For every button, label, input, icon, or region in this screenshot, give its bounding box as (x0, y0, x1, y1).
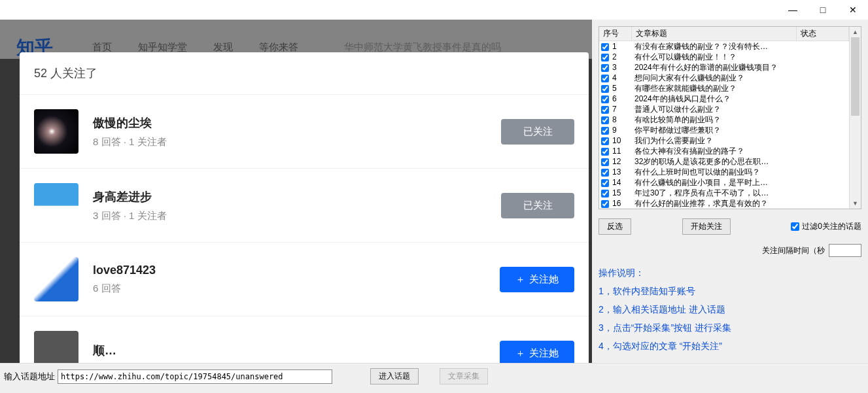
table-row[interactable]: 1有没有在家赚钱的副业？？没有特长… (599, 41, 849, 52)
row-title: 你平时都做过哪些兼职？ (632, 125, 797, 136)
scroll-up-icon[interactable]: ▲ (850, 27, 861, 37)
row-checkbox[interactable] (601, 169, 609, 177)
row-checkbox[interactable] (601, 179, 609, 187)
followed-button[interactable]: 已关注 (501, 193, 574, 218)
user-name[interactable]: love871423 (93, 264, 500, 277)
row-title: 有什么赚钱的副业小项目，是平时上… (632, 177, 797, 188)
table-row[interactable]: 15年过30了，程序员有点干不动了，以… (599, 188, 849, 198)
row-title: 有哪些在家就能赚钱的副业？ (632, 83, 797, 94)
row-title: 32岁的职场人是该花更多的心思在职… (632, 156, 797, 167)
url-label: 输入话题地址 (4, 371, 55, 383)
user-info: love8714236 回答 (93, 264, 500, 295)
start-follow-button[interactable]: 开始关注 (682, 218, 731, 235)
instructions: 操作说明： 1，软件内登陆知乎账号 2，输入相关话题地址 进入话题 3，点击“开… (599, 264, 861, 355)
row-title: 有什么好的副业推荐，求真是有效的？ (632, 198, 797, 209)
table-row[interactable]: 32024年有什么好的靠谱的副业赚钱项目？ (599, 62, 849, 73)
user-name[interactable]: 顺… (93, 343, 500, 358)
row-seq: 13 (611, 167, 632, 177)
row-checkbox[interactable] (601, 190, 609, 197)
follow-label: 关注她 (529, 347, 559, 360)
row-checkbox[interactable] (601, 106, 609, 114)
row-checkbox[interactable] (601, 43, 609, 51)
follow-button[interactable]: ＋关注她 (500, 267, 574, 292)
maximize-button[interactable]: □ (808, 0, 838, 20)
row-seq: 4 (611, 73, 632, 82)
table-row[interactable]: 2有什么可以赚钱的副业！！？ (599, 52, 849, 62)
avatar[interactable] (34, 109, 78, 154)
avatar[interactable] (34, 183, 78, 228)
followers-modal: 52 人关注了 傲慢的尘埃8 回答 · 1 关注者已关注身高差进步3 回答 · … (20, 52, 589, 363)
table-row[interactable]: 10我们为什么需要副业？ (599, 135, 849, 146)
row-seq: 15 (611, 188, 632, 197)
row-seq: 14 (611, 178, 632, 187)
plus-icon: ＋ (515, 273, 525, 286)
scroll-down-icon[interactable]: ▼ (850, 198, 861, 209)
row-checkbox[interactable] (601, 75, 609, 82)
user-info: 顺… (93, 343, 500, 363)
plus-icon: ＋ (515, 347, 525, 360)
filter-zero-checkbox[interactable]: 过滤0关注的话题 (791, 221, 861, 232)
row-seq: 3 (611, 63, 632, 72)
table-row[interactable]: 4想问问大家有什么赚钱的副业？ (599, 73, 849, 83)
row-checkbox[interactable] (601, 158, 609, 166)
interval-label: 关注间隔时间（秒 (762, 245, 825, 256)
avatar[interactable] (34, 331, 78, 363)
row-checkbox[interactable] (601, 54, 609, 61)
row-title: 想问问大家有什么赚钱的副业？ (632, 73, 797, 84)
table-row[interactable]: 11各位大神有没有搞副业的路子？ (599, 146, 849, 156)
row-title: 2024年有什么好的靠谱的副业赚钱项目？ (632, 62, 797, 73)
user-name[interactable]: 傲慢的尘埃 (93, 115, 501, 131)
table-row[interactable]: 8有啥比较简单的副业吗？ (599, 114, 849, 125)
table-row[interactable]: 7普通人可以做什么副业？ (599, 104, 849, 114)
row-checkbox[interactable] (601, 148, 609, 156)
table-scrollbar[interactable]: ▲ ▼ (849, 27, 861, 209)
row-seq: 2 (611, 52, 632, 61)
row-checkbox[interactable] (601, 85, 609, 93)
row-title: 各位大神有没有搞副业的路子？ (632, 146, 797, 157)
instructions-heading: 操作说明： (599, 264, 861, 282)
table-row[interactable]: 9你平时都做过哪些兼职？ (599, 125, 849, 135)
instruction-line-2: 2，输入相关话题地址 进入话题 (599, 300, 861, 318)
row-seq: 1 (611, 42, 632, 51)
row-checkbox[interactable] (601, 200, 609, 208)
col-status[interactable]: 状态 (797, 27, 849, 41)
row-checkbox[interactable] (601, 116, 609, 124)
interval-input[interactable] (829, 244, 861, 257)
row-checkbox[interactable] (601, 95, 609, 103)
table-row[interactable]: 14有什么赚钱的副业小项目，是平时上… (599, 177, 849, 188)
enter-topic-button[interactable]: 进入话题 (370, 368, 419, 384)
followed-button[interactable]: 已关注 (501, 119, 574, 145)
table-row[interactable]: 13有什么上班时间也可以做的副业吗？ (599, 167, 849, 177)
avatar[interactable] (34, 257, 78, 301)
close-button[interactable]: ✕ (838, 0, 868, 20)
row-seq: 8 (611, 115, 632, 124)
row-title: 年过30了，程序员有点干不动了，以… (632, 188, 797, 199)
filter-zero-input[interactable] (791, 222, 799, 231)
row-checkbox[interactable] (601, 64, 609, 72)
table-row[interactable]: 62024年的搞钱风口是什么？ (599, 94, 849, 104)
table-row[interactable]: 1232岁的职场人是该花更多的心思在职… (599, 156, 849, 167)
scroll-thumb[interactable] (851, 37, 859, 116)
article-table: 序号 文章标题 状态 1有没有在家赚钱的副业？？没有特长…2有什么可以赚钱的副业… (599, 26, 861, 209)
embedded-browser: 知乎 首页 知乎知学堂 发现 等你来答 华中师范大学黄飞教授事件是真的吗 52 … (0, 20, 592, 363)
instruction-line-1: 1，软件内登陆知乎账号 (599, 282, 861, 300)
instruction-line-4: 4，勾选对应的文章 “开始关注” (599, 337, 861, 355)
row-seq: 12 (611, 157, 632, 166)
user-name[interactable]: 身高差进步 (93, 189, 501, 205)
row-checkbox[interactable] (601, 127, 609, 135)
row-title: 有没有在家赚钱的副业？？没有特长… (632, 41, 797, 52)
invert-select-button[interactable]: 反选 (599, 218, 631, 235)
row-title: 普通人可以做什么副业？ (632, 104, 797, 115)
minimize-button[interactable]: — (778, 0, 808, 20)
table-row[interactable]: 5有哪些在家就能赚钱的副业？ (599, 83, 849, 94)
table-row[interactable]: 16有什么好的副业推荐，求真是有效的？ (599, 198, 849, 209)
user-item: 顺…＋关注她 (20, 316, 589, 363)
follow-button[interactable]: ＋关注她 (500, 341, 574, 364)
user-stats: 3 回答 · 1 关注者 (93, 210, 501, 222)
collect-articles-button[interactable]: 文章采集 (440, 368, 488, 384)
topic-url-input[interactable] (58, 369, 332, 384)
row-checkbox[interactable] (601, 137, 609, 145)
row-seq: 10 (611, 136, 632, 145)
col-title[interactable]: 文章标题 (632, 27, 797, 41)
col-seq[interactable]: 序号 (599, 27, 632, 41)
